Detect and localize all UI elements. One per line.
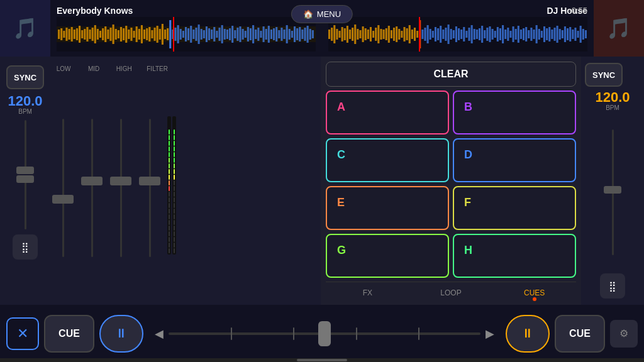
svg-rect-128 bbox=[401, 31, 402, 38]
cue-pad-g[interactable]: G bbox=[326, 234, 449, 278]
home-icon: 🏠 bbox=[303, 9, 313, 19]
svg-rect-71 bbox=[239, 26, 241, 42]
eq-filter-handle[interactable] bbox=[139, 177, 160, 185]
bottom-controls: ✕ CUE ⏸ ◀ ▶ ⏸ CUE ⚙ bbox=[0, 305, 644, 362]
svg-rect-67 bbox=[229, 28, 231, 40]
left-cue-button[interactable]: CUE bbox=[44, 315, 94, 353]
right-bpm-unit: BPM bbox=[595, 104, 630, 111]
right-track-title: DJ House bbox=[328, 6, 587, 16]
left-pause-button[interactable]: ⏸ bbox=[99, 315, 143, 353]
pitch-right-arrow[interactable]: ▶ bbox=[486, 327, 494, 341]
svg-rect-180 bbox=[536, 25, 538, 43]
scroll-bar[interactable] bbox=[0, 358, 644, 362]
svg-rect-147 bbox=[450, 29, 452, 40]
left-sync-button[interactable]: SYNC bbox=[6, 65, 44, 89]
eq-mid-fader[interactable] bbox=[80, 119, 103, 257]
svg-rect-191 bbox=[564, 26, 566, 42]
svg-rect-94 bbox=[299, 27, 301, 41]
svg-rect-51 bbox=[187, 28, 189, 40]
svg-rect-196 bbox=[577, 31, 579, 38]
svg-rect-1 bbox=[58, 30, 60, 39]
svg-rect-136 bbox=[421, 30, 423, 39]
right-dots-button[interactable]: ⣿ bbox=[600, 273, 625, 299]
left-pitch-handle-lower[interactable] bbox=[16, 175, 34, 183]
svg-rect-38 bbox=[154, 28, 156, 41]
eq-filter-fader[interactable] bbox=[138, 119, 161, 257]
cue-pad-b[interactable]: B bbox=[453, 90, 576, 134]
svg-rect-65 bbox=[224, 29, 226, 40]
svg-rect-13 bbox=[89, 30, 91, 39]
pitch-left-arrow[interactable]: ◀ bbox=[155, 327, 164, 341]
eq-high-fader[interactable] bbox=[109, 119, 132, 257]
svg-rect-73 bbox=[245, 31, 247, 38]
svg-rect-167 bbox=[502, 25, 504, 43]
cue-pad-c[interactable]: C bbox=[326, 138, 449, 182]
svg-rect-57 bbox=[203, 30, 205, 38]
close-button[interactable]: ✕ bbox=[6, 317, 39, 350]
eq-high-handle[interactable] bbox=[110, 177, 131, 185]
svg-rect-76 bbox=[252, 25, 254, 43]
svg-rect-183 bbox=[543, 26, 545, 42]
svg-rect-89 bbox=[286, 25, 288, 43]
clear-button[interactable]: CLEAR bbox=[326, 62, 576, 87]
svg-rect-122 bbox=[386, 28, 387, 40]
pitch-handle[interactable] bbox=[318, 321, 331, 346]
svg-rect-141 bbox=[435, 27, 436, 41]
svg-rect-3 bbox=[63, 31, 65, 38]
svg-rect-184 bbox=[546, 28, 548, 40]
right-sync-button[interactable]: SYNC bbox=[585, 63, 623, 87]
pitch-track[interactable] bbox=[169, 332, 480, 335]
svg-rect-74 bbox=[247, 27, 249, 41]
svg-rect-115 bbox=[367, 30, 369, 39]
svg-rect-131 bbox=[409, 25, 411, 43]
settings-button[interactable]: ⚙ bbox=[610, 320, 638, 348]
svg-rect-164 bbox=[494, 31, 496, 38]
svg-rect-58 bbox=[206, 26, 208, 42]
svg-rect-138 bbox=[427, 25, 429, 43]
svg-rect-171 bbox=[513, 26, 514, 42]
panel-tab-loop[interactable]: LOOP bbox=[409, 286, 493, 300]
right-track-time: -0:55 bbox=[569, 6, 587, 15]
eq-mid-handle[interactable] bbox=[81, 177, 103, 185]
left-pitch-handle-upper[interactable] bbox=[16, 167, 34, 174]
svg-rect-186 bbox=[551, 30, 553, 39]
svg-rect-118 bbox=[375, 28, 377, 41]
right-music-note-icon: 🎵 bbox=[606, 16, 631, 40]
svg-rect-18 bbox=[102, 28, 104, 40]
cue-pad-e[interactable]: E bbox=[326, 186, 449, 230]
left-pitch-track-lower bbox=[25, 179, 26, 229]
svg-rect-101 bbox=[331, 28, 333, 41]
svg-rect-17 bbox=[99, 31, 101, 38]
left-bpm-unit: BPM bbox=[8, 108, 43, 115]
svg-rect-148 bbox=[453, 30, 455, 38]
svg-rect-124 bbox=[391, 30, 392, 38]
svg-rect-43 bbox=[167, 28, 169, 40]
panel-tab-cues[interactable]: CUES bbox=[492, 286, 576, 300]
eq-low-fader[interactable] bbox=[52, 119, 74, 257]
svg-rect-6 bbox=[71, 27, 73, 41]
right-cue-button[interactable]: CUE bbox=[555, 315, 605, 353]
eq-low-handle[interactable] bbox=[52, 195, 74, 204]
panel-tab-fx[interactable]: FX bbox=[326, 286, 409, 300]
svg-rect-161 bbox=[486, 28, 488, 41]
left-deck: SYNC 120.0 BPM ⣿ LOW bbox=[0, 57, 321, 305]
right-pitch-handle[interactable] bbox=[604, 186, 621, 194]
close-icon: ✕ bbox=[17, 326, 28, 342]
left-dots-button[interactable]: ⣿ bbox=[13, 234, 38, 260]
cue-pad-d[interactable]: D bbox=[453, 138, 576, 182]
right-pause-button[interactable]: ⏸ bbox=[506, 315, 550, 353]
menu-button[interactable]: 🏠 MENU bbox=[291, 5, 353, 23]
svg-rect-123 bbox=[388, 26, 390, 43]
svg-rect-199 bbox=[585, 30, 587, 38]
svg-rect-44 bbox=[169, 20, 171, 48]
svg-rect-42 bbox=[164, 30, 166, 39]
svg-rect-39 bbox=[157, 26, 158, 43]
svg-rect-23 bbox=[115, 29, 117, 40]
svg-rect-59 bbox=[208, 28, 210, 40]
right-track-art: 🎵 bbox=[594, 0, 644, 57]
cue-pad-f[interactable]: F bbox=[453, 186, 576, 230]
cue-pad-a[interactable]: A bbox=[326, 90, 449, 134]
svg-rect-55 bbox=[198, 25, 200, 44]
cue-pad-h[interactable]: H bbox=[453, 234, 576, 278]
svg-rect-157 bbox=[476, 30, 478, 39]
